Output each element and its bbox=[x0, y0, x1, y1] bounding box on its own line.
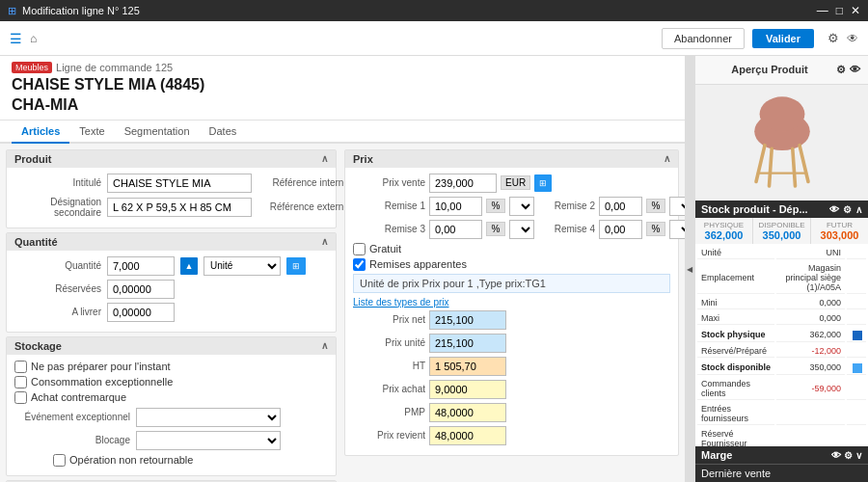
stock-row-bar bbox=[847, 360, 866, 375]
close-btn[interactable]: ✕ bbox=[851, 4, 860, 17]
pmp-input[interactable] bbox=[429, 403, 506, 422]
remise4-pct: % bbox=[646, 222, 665, 236]
liste-types-link[interactable]: Liste des types de prix bbox=[353, 297, 449, 308]
home-icon[interactable]: ⌂ bbox=[30, 32, 37, 45]
disponible-col: DISPONIBLE 350,000 bbox=[753, 218, 811, 244]
stock-row-label: Maxi bbox=[697, 311, 774, 325]
stock-row-value: 350,000 bbox=[776, 360, 845, 375]
quantite-body: Quantité ▲ Unité ⊞ Réservées bbox=[7, 251, 336, 332]
prix-body: Prix vente EUR ⊞ Remise 1 % bbox=[345, 168, 678, 455]
remise1-type[interactable] bbox=[509, 197, 534, 216]
valider-button[interactable]: Valider bbox=[752, 29, 814, 48]
stockage-chevron[interactable]: ∧ bbox=[321, 340, 328, 351]
tab-texte[interactable]: Texte bbox=[69, 120, 114, 144]
window-controls[interactable]: — □ ✕ bbox=[817, 4, 860, 17]
marge-expand-icon[interactable]: ∨ bbox=[855, 450, 862, 461]
stock-row-bar-empty bbox=[847, 261, 866, 294]
quantite-header[interactable]: Quantité ∧ bbox=[7, 233, 336, 251]
gratuit-checkbox[interactable] bbox=[353, 243, 366, 255]
prix-achat-input[interactable] bbox=[429, 380, 506, 399]
marge-panel: Marge 👁 ⚙ ∨ bbox=[695, 446, 868, 464]
abandon-button[interactable]: Abandonner bbox=[662, 28, 745, 49]
quantite-input[interactable] bbox=[107, 256, 175, 276]
unite-select[interactable]: Unité bbox=[203, 256, 281, 276]
remise3-type[interactable] bbox=[509, 220, 534, 239]
minimize-btn[interactable]: — bbox=[817, 4, 828, 17]
remise2-input[interactable] bbox=[599, 197, 642, 216]
sidebar-toggle[interactable]: ◀ bbox=[685, 56, 694, 482]
right-panel: Aperçu Produit 👁 ⚙ Stock pr bbox=[694, 56, 868, 482]
quantite-link-btn[interactable]: ⊞ bbox=[286, 257, 306, 275]
futur-label: FUTUR bbox=[813, 221, 866, 229]
maximize-btn[interactable]: □ bbox=[836, 4, 843, 17]
tab-bar: Articles Texte Segmentation Dates bbox=[0, 120, 685, 144]
marge-settings-icon[interactable]: ⚙ bbox=[844, 450, 853, 461]
quantite-up-btn[interactable]: ▲ bbox=[180, 257, 198, 275]
intitule-input[interactable] bbox=[107, 174, 252, 193]
op-non-retour-checkbox[interactable] bbox=[53, 454, 66, 467]
remise1-input[interactable] bbox=[429, 197, 482, 216]
stock-table-row: Maxi0,000 bbox=[697, 311, 866, 325]
ne-pas-prep-row: Ne pas préparer pour l'instant bbox=[14, 361, 328, 373]
apercu-header: Aperçu Produit 👁 ⚙ bbox=[695, 56, 868, 85]
reservees-input[interactable] bbox=[107, 280, 175, 299]
apercu-title: Aperçu Produit bbox=[731, 64, 807, 75]
quantite-title: Quantité bbox=[14, 236, 58, 248]
stock-header: Stock produit - Dép... 👁 ⚙ ∧ bbox=[695, 201, 868, 218]
produit-header[interactable]: Produit ∧ bbox=[7, 150, 336, 168]
a-livrer-input[interactable] bbox=[107, 303, 175, 322]
settings-icon[interactable]: ⚙ bbox=[827, 31, 839, 45]
produit-section: Produit ∧ Intitulé Référence interne bbox=[6, 149, 337, 228]
evenement-label: Événement exceptionnel bbox=[14, 412, 130, 422]
stock-row-bar-empty bbox=[847, 402, 866, 425]
prix-vente-link-btn[interactable]: ⊞ bbox=[534, 174, 552, 192]
stock-eye-icon[interactable]: 👁 bbox=[829, 204, 839, 215]
tab-articles[interactable]: Articles bbox=[12, 120, 69, 144]
tab-dates[interactable]: Dates bbox=[200, 120, 247, 144]
evenement-select[interactable] bbox=[136, 408, 281, 427]
achat-contre-checkbox[interactable] bbox=[14, 391, 27, 404]
prix-vente-input[interactable] bbox=[429, 174, 497, 193]
stock-settings-icon[interactable]: ⚙ bbox=[843, 204, 852, 215]
apercu-eye-icon[interactable]: 👁 bbox=[850, 64, 860, 75]
conso-excep-checkbox[interactable] bbox=[14, 376, 27, 388]
stock-row-value: -59,000 bbox=[776, 377, 845, 400]
produit-body: Intitulé Référence interne Désignation s… bbox=[7, 168, 336, 228]
a-livrer-label: A livrer bbox=[14, 307, 101, 317]
remise4-type[interactable] bbox=[669, 220, 685, 239]
stockage-header[interactable]: Stockage ∧ bbox=[7, 337, 336, 355]
stock-row-value bbox=[776, 427, 845, 446]
stock-row-label: Stock disponible bbox=[697, 360, 774, 375]
svg-line-2 bbox=[756, 146, 765, 182]
back-icon[interactable]: ☰ bbox=[10, 31, 22, 46]
stock-row-bar-empty bbox=[847, 296, 866, 309]
ne-pas-prep-checkbox[interactable] bbox=[14, 361, 27, 373]
produit-chevron[interactable]: ∧ bbox=[321, 153, 328, 164]
remise2-type[interactable] bbox=[669, 197, 685, 216]
blocage-select[interactable] bbox=[136, 431, 281, 450]
prix-chevron[interactable]: ∧ bbox=[664, 153, 670, 164]
remises-app-checkbox[interactable] bbox=[353, 258, 366, 271]
marge-eye-icon[interactable]: 👁 bbox=[831, 450, 841, 461]
physique-label: PHYSIQUE bbox=[697, 221, 750, 229]
remise3-input[interactable] bbox=[429, 220, 482, 239]
op-non-retour-label: Opération non retournable bbox=[69, 454, 193, 466]
tab-segmentation[interactable]: Segmentation bbox=[115, 120, 200, 144]
prix-header[interactable]: Prix ∧ bbox=[345, 150, 678, 168]
header-section: Meubles Ligne de commande 125 CHAISE STY… bbox=[0, 56, 685, 120]
prix-revient-input[interactable] bbox=[429, 426, 506, 445]
quantite-label: Quantité bbox=[14, 260, 101, 271]
designation-input[interactable] bbox=[107, 198, 252, 217]
eye-icon[interactable]: 👁 bbox=[847, 32, 858, 45]
ht-input[interactable] bbox=[429, 357, 506, 376]
prix-net-input[interactable] bbox=[429, 310, 506, 330]
prix-unite-input[interactable] bbox=[429, 334, 506, 353]
chair-illustration bbox=[739, 94, 826, 191]
stock-row-label: Emplacement bbox=[697, 261, 774, 294]
stock-expand-icon[interactable]: ∧ bbox=[855, 204, 862, 215]
quantite-chevron[interactable]: ∧ bbox=[321, 236, 328, 247]
apercu-settings-icon[interactable]: ⚙ bbox=[836, 64, 846, 76]
stock-row-label: Mini bbox=[697, 296, 774, 309]
remise4-input[interactable] bbox=[599, 220, 642, 239]
prix-title: Prix bbox=[353, 153, 373, 165]
